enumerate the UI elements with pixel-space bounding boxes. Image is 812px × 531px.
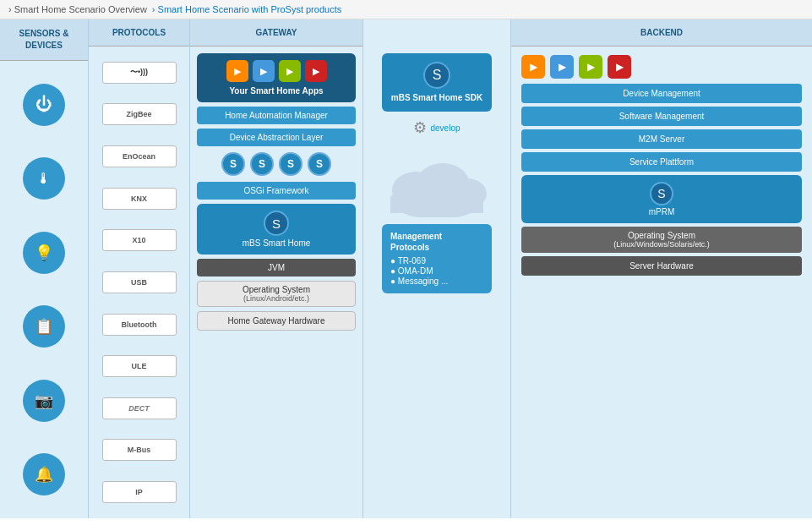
backend-body: ▶ ▶ ▶ ▶ Device Management Software Manag…	[511, 47, 812, 518]
sensor-temp: 🌡	[23, 157, 65, 200]
develop-text: develop	[430, 123, 460, 133]
sensor-camera: 📷	[23, 380, 65, 422]
sdk-logo: S	[423, 62, 450, 89]
mgmt-item-3: ● Messaging ...	[390, 276, 483, 286]
protocol-rf: 〜•)))	[102, 62, 177, 84]
gateway-home-auto: Home Automation Manager	[197, 107, 356, 124]
protocol-enocean: EnOcean	[102, 145, 177, 167]
backend-software-mgmt: Software Management	[521, 107, 802, 126]
mprm-logo: S	[650, 182, 673, 205]
s-icon-4: S	[308, 152, 331, 176]
sdk-title: mBS Smart Home SDK	[390, 92, 483, 103]
protocols-body: 〜•))) ZigBee EnOcean KNX X10 USB Bluetoo…	[89, 47, 189, 518]
mprm-title: mPRM	[649, 207, 675, 216]
sdk-block: S mBS Smart Home SDK	[382, 53, 492, 112]
s-icon-1: S	[221, 152, 245, 176]
s-icon-3: S	[279, 152, 302, 176]
backend-mprm: S mPRM	[521, 175, 802, 223]
protocol-bluetooth: Bluetooth	[102, 314, 177, 336]
gear-icon: ⚙	[413, 118, 427, 137]
protocol-ule: ULE	[102, 355, 177, 377]
sensor-device: 📋	[23, 305, 65, 348]
app-icon-2: ▶	[253, 60, 275, 82]
mgmt-item-2: ● OMA-DM	[390, 266, 483, 276]
apps-title: Your Smart Home Apps	[204, 86, 349, 96]
be-icon-1: ▶	[521, 55, 545, 79]
backend-os-sub: (Linux/Windows/Solaris/etc.)	[528, 240, 795, 249]
app-icon-4: ▶	[305, 60, 327, 82]
mgmt-title: Management Protocols	[390, 231, 483, 253]
sensor-power: ⏻	[23, 84, 65, 126]
gateway-jvm: JVM	[197, 259, 356, 276]
apps-icons-row: ▶ ▶ ▶ ▶	[204, 60, 349, 82]
develop-label: ⚙ develop	[413, 118, 460, 137]
app-icon-1: ▶	[226, 60, 248, 82]
gateway-osgi: OSGi Framework	[197, 182, 356, 200]
gateway-apps-block: ▶ ▶ ▶ ▶ Your Smart Home Apps	[197, 53, 356, 102]
protocol-knx: KNX	[102, 188, 177, 210]
backend-service: Service Plattform	[521, 152, 802, 172]
sensor-light: 💡	[23, 232, 65, 274]
mbs-title: mBS Smart Home	[243, 238, 311, 248]
breadcrumb-parent[interactable]: › Smart Home Scenario Overview	[8, 4, 147, 14]
be-icon-3: ▶	[579, 55, 602, 79]
breadcrumb: › Smart Home Scenario Overview › Smart H…	[0, 0, 812, 19]
backend-hw: Server Hardware	[521, 256, 802, 276]
backend-os: Operating System (Linux/Windows/Solaris/…	[521, 227, 802, 253]
backend-header: BACKEND	[511, 19, 812, 47]
protocols-header: PROTOCOLS	[89, 19, 189, 47]
backend-m2m: M2M Server	[521, 129, 802, 149]
backend-app-icons: ▶ ▶ ▶ ▶	[521, 52, 802, 80]
mbs-logo: S	[264, 211, 289, 236]
management-block: Management Protocols ● TR-069 ● OMA-DM ●…	[382, 224, 492, 293]
gateway-os-title: Operating System	[204, 285, 348, 294]
protocols-column: PROTOCOLS 〜•))) ZigBee EnOcean KNX X10 U…	[89, 19, 190, 518]
sensors-header: SENSORS & DEVICES	[0, 19, 88, 61]
mgmt-item-1: ● TR-069	[390, 256, 483, 266]
gateway-body: ▶ ▶ ▶ ▶ Your Smart Home Apps Home Automa…	[190, 47, 362, 518]
svg-rect-4	[390, 196, 483, 213]
s-icon-2: S	[250, 152, 274, 176]
middle-column: S mBS Smart Home SDK ⚙ develop Managemen…	[363, 19, 511, 518]
gateway-device-abs: Device Abstraction Layer	[197, 129, 356, 146]
cloud-shape	[382, 150, 492, 217]
gateway-os: Operating System (Linux/Android/etc.)	[197, 281, 356, 307]
gateway-mbs-block: S mBS Smart Home	[197, 204, 356, 255]
protocol-dect: DECT	[102, 397, 177, 419]
sensors-body: ⏻ 🌡 💡 📋 📷 🔔	[0, 61, 88, 518]
gateway-header: GATEWAY	[190, 19, 362, 47]
breadcrumb-current[interactable]: › Smart Home Scenario with ProSyst produ…	[152, 4, 341, 14]
protocol-ip: IP	[102, 481, 177, 503]
backend-column: BACKEND ▶ ▶ ▶ ▶ Device Management Softwa…	[511, 19, 812, 518]
be-icon-4: ▶	[608, 55, 631, 79]
gateway-os-sub: (Linux/Android/etc.)	[204, 294, 348, 303]
gateway-hw: Home Gateway Hardware	[197, 311, 356, 331]
backend-os-title: Operating System	[528, 231, 795, 240]
app-icon-3: ▶	[279, 60, 301, 82]
sensors-column: SENSORS & DEVICES ⏻ 🌡 💡 📋 📷 🔔	[0, 19, 89, 518]
protocol-zigbee: ZigBee	[102, 103, 177, 125]
protocol-x10: X10	[102, 229, 177, 251]
protocol-usb: USB	[102, 271, 177, 293]
sensor-alarm: 🔔	[23, 453, 65, 495]
be-icon-2: ▶	[550, 55, 574, 79]
protocol-mbus: M-Bus	[102, 439, 177, 461]
gateway-s-icons: S S S S	[197, 151, 356, 178]
backend-device-mgmt: Device Management	[521, 84, 802, 103]
gateway-column: GATEWAY ▶ ▶ ▶ ▶ Your Smart Home Apps Hom…	[190, 19, 363, 518]
